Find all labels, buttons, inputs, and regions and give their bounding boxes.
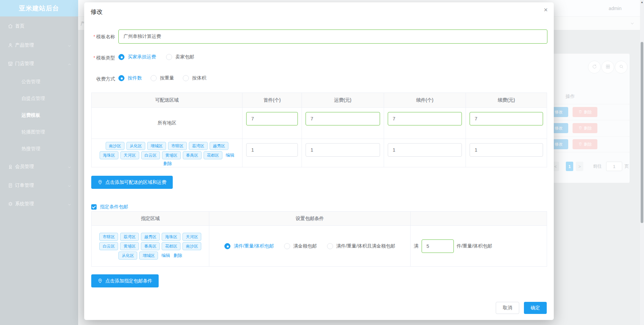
col-header-area: 可配送区域 — [92, 93, 243, 108]
add-condition-button[interactable]: 点击添加指定包邮条件 — [91, 274, 159, 287]
table-row-all-regions: 所有地区 — [92, 108, 547, 139]
grid-view-button[interactable] — [601, 61, 614, 73]
refresh-button[interactable] — [588, 61, 601, 73]
sidebar-item-stores[interactable]: 门店管理 — [0, 58, 78, 70]
district-tag[interactable]: 市辖区 — [168, 142, 187, 150]
district-tag[interactable]: 天河区 — [120, 151, 139, 159]
next-page-button[interactable]: > — [576, 162, 583, 171]
first-count-input[interactable] — [246, 143, 298, 157]
district-tag[interactable]: 从化区 — [126, 142, 145, 150]
district-tag[interactable]: 增城区 — [147, 142, 166, 150]
delete-areas-link[interactable]: 删除 — [163, 161, 172, 167]
threshold-setting: 满 件/重量/体积包邮 — [411, 226, 547, 266]
sidebar-subitem-label: 热搜管理 — [21, 146, 40, 152]
district-tag[interactable]: 花都区 — [204, 151, 222, 159]
home-icon — [8, 23, 13, 29]
delete-row-button[interactable]: 删除 — [573, 107, 597, 117]
map-pin-icon — [98, 278, 103, 283]
sidebar-item-hot-search[interactable]: 热搜管理 — [0, 143, 78, 155]
sidebar-item-pickup-points[interactable]: 自提点管理 — [0, 93, 78, 105]
radio-full-amount-free[interactable]: 满金额包邮 — [284, 243, 317, 249]
chevron-down-icon — [67, 183, 71, 187]
next-count-input[interactable] — [388, 143, 462, 157]
radio-by-volume[interactable]: 按体积 — [183, 75, 206, 81]
medal-icon — [8, 164, 13, 169]
first-fee-input[interactable] — [306, 143, 380, 157]
district-tag[interactable]: 海珠区 — [100, 151, 118, 159]
radio-full-piece-free[interactable]: 满件/重量/体积包邮 — [224, 243, 274, 249]
confirm-button[interactable]: 确定 — [524, 302, 547, 314]
threshold-input[interactable] — [422, 239, 454, 253]
collapse-chevron-icon[interactable] — [630, 21, 635, 26]
sidebar-item-members[interactable]: 会员管理 — [0, 161, 78, 173]
sidebar-item-carousel[interactable]: 轮播图管理 — [0, 126, 78, 138]
sidebar-item-home[interactable]: 首页 — [0, 20, 78, 32]
radio-piece-and-amount-free[interactable]: 满件/重量/体积且满金额包邮 — [327, 243, 395, 249]
sidebar-subitem-label: 公告管理 — [21, 79, 40, 85]
district-tag-list: 南沙区 从化区 增城区 市辖区 荔湾区 越秀区 海珠区 天河区 白云区 黄埔区 … — [92, 139, 242, 167]
next-count-input[interactable] — [388, 112, 462, 125]
district-tag[interactable]: 黄埔区 — [120, 242, 139, 250]
radio-by-piece[interactable]: 按件数 — [118, 75, 142, 81]
col-header-next-count: 续件(个) — [384, 93, 466, 108]
radio-icon — [166, 54, 172, 60]
district-tag[interactable]: 黄埔区 — [162, 151, 181, 159]
sidebar-item-system[interactable]: 系统管理 — [0, 198, 78, 210]
page-1-button[interactable]: 1 — [566, 162, 573, 171]
district-tag[interactable]: 海珠区 — [162, 233, 180, 241]
first-fee-input[interactable] — [306, 112, 380, 125]
edit-areas-link[interactable]: 编辑 — [161, 253, 170, 259]
charge-method-label: 收费方式 — [84, 75, 115, 83]
district-tag[interactable]: 天河区 — [182, 233, 201, 241]
add-area-button[interactable]: 点击添加可配送的区域和运费 — [91, 176, 173, 189]
district-tag[interactable]: 荔湾区 — [189, 142, 208, 150]
cancel-button[interactable]: 取消 — [496, 302, 519, 314]
goto-label: 前往 — [593, 162, 602, 171]
sidebar-item-orders[interactable]: 订单管理 — [0, 179, 78, 192]
district-tag[interactable]: 越秀区 — [210, 142, 228, 150]
app-title: 亚米建站后台 — [19, 4, 59, 13]
delete-areas-link[interactable]: 删除 — [173, 253, 182, 259]
next-fee-input[interactable] — [470, 143, 543, 157]
district-tag[interactable]: 白云区 — [99, 242, 118, 250]
close-icon[interactable]: × — [544, 6, 548, 13]
label-text: 模板类型 — [96, 55, 115, 60]
scrollbar-thumb[interactable] — [641, 42, 643, 223]
delete-row-button[interactable]: 删除 — [573, 139, 597, 149]
conditional-free-checkbox[interactable]: 指定条件包邮 — [91, 204, 128, 210]
chevron-down-icon — [67, 165, 71, 169]
sidebar-item-announcements[interactable]: 公告管理 — [0, 76, 78, 88]
district-tag[interactable]: 南沙区 — [182, 242, 201, 250]
delete-row-button[interactable]: 删除 — [573, 123, 597, 133]
district-tag[interactable]: 荔湾区 — [120, 233, 139, 241]
edit-areas-link[interactable]: 编辑 — [226, 152, 234, 158]
scrollbar[interactable]: ▲ — [640, 0, 644, 325]
scroll-up-icon[interactable]: ▲ — [640, 1, 644, 4]
district-tag[interactable]: 南沙区 — [106, 142, 124, 150]
sidebar-item-shipping-templates[interactable]: 运费模板 — [0, 109, 78, 121]
template-name-input[interactable] — [118, 30, 547, 44]
first-count-input[interactable] — [246, 112, 298, 125]
user-menu[interactable]: admin — [609, 0, 622, 17]
sidebar-subitem-label: 轮播图管理 — [21, 129, 45, 135]
district-tag[interactable]: 白云区 — [141, 151, 160, 159]
template-type-label: *模板类型 — [84, 54, 115, 61]
sidebar-item-products[interactable]: 产品管理 — [0, 39, 78, 51]
district-tag[interactable]: 从化区 — [118, 252, 137, 260]
radio-buyer-pays[interactable]: 买家承担运费 — [118, 54, 156, 60]
next-fee-input[interactable] — [470, 112, 543, 125]
district-tag[interactable]: 增城区 — [139, 252, 158, 260]
page-jump-input[interactable] — [606, 162, 622, 171]
delete-label: 删除 — [584, 109, 592, 115]
district-tag[interactable]: 番禺区 — [141, 242, 160, 250]
chevron-down-icon — [67, 43, 71, 47]
checkbox-label: 指定条件包邮 — [100, 204, 128, 210]
district-tag[interactable]: 花都区 — [162, 242, 180, 250]
radio-by-weight[interactable]: 按重量 — [151, 75, 174, 81]
radio-seller-free[interactable]: 卖家包邮 — [166, 54, 194, 60]
district-tag[interactable]: 市辖区 — [99, 233, 118, 241]
search-button[interactable] — [615, 61, 628, 73]
radio-label: 卖家包邮 — [175, 54, 194, 60]
district-tag[interactable]: 越秀区 — [141, 233, 160, 241]
district-tag[interactable]: 番禺区 — [183, 151, 202, 159]
